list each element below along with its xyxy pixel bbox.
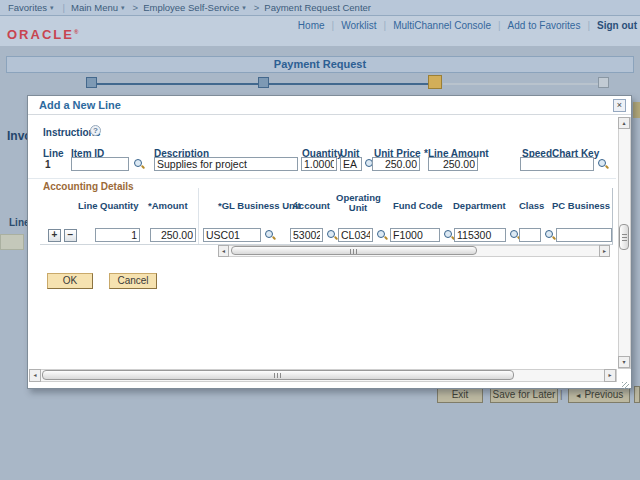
close-icon[interactable]: ×: [613, 99, 626, 112]
col-quantity: Quantity: [100, 200, 139, 211]
grid-scroll-right-icon[interactable]: ▸: [599, 245, 610, 257]
modal-vscroll-thumb[interactable]: [619, 224, 629, 250]
modal-scroll-right-icon[interactable]: ▸: [604, 369, 616, 382]
add-row-button[interactable]: +: [48, 229, 61, 242]
col-line: Line: [78, 200, 98, 211]
step-3-marker-active: [428, 75, 442, 89]
cancel-button[interactable]: Cancel: [109, 273, 157, 289]
scroll-grip: [622, 233, 627, 241]
row-account-field[interactable]: [290, 228, 323, 242]
col-gl-business-unit: *GL Business Unit: [218, 200, 301, 211]
scroll-grip: [350, 249, 358, 254]
add-new-line-dialog: Add a New Line × Instructions ? Line Ite…: [27, 95, 632, 389]
chevron-down-icon: ▾: [242, 4, 246, 12]
modal-scroll-left-icon[interactable]: ◂: [29, 369, 41, 382]
modal-scroll-up-icon[interactable]: ▴: [618, 117, 630, 129]
gl-business-unit-lookup-icon[interactable]: [264, 229, 276, 241]
col-amount: *Amount: [148, 200, 188, 211]
class-lookup-icon[interactable]: [544, 229, 556, 241]
unit-price-field[interactable]: [372, 157, 420, 171]
add-to-favorites-link[interactable]: Add to Favorites: [508, 20, 581, 31]
previous-arrow-icon: ◄: [575, 392, 582, 399]
ok-button[interactable]: OK: [47, 273, 93, 289]
item-id-field[interactable]: [71, 157, 129, 171]
speedchart-key-field[interactable]: [520, 157, 594, 171]
step-2-marker: [258, 77, 269, 88]
step-1-marker: [86, 77, 97, 88]
link-divider: |: [587, 20, 590, 31]
speedchart-lookup-icon[interactable]: [597, 158, 609, 170]
breadcrumb-divider: |: [63, 2, 65, 13]
grid-hscroll-thumb[interactable]: [231, 246, 477, 255]
next-button-fragment[interactable]: [634, 386, 640, 403]
delete-row-button[interactable]: −: [64, 229, 77, 242]
oracle-logo: ORACLE®: [7, 27, 78, 42]
operating-unit-lookup-icon[interactable]: [376, 229, 388, 241]
chevron-down-icon: ▾: [50, 4, 54, 12]
registered-mark: ®: [74, 29, 78, 35]
col-department: Department: [453, 200, 506, 211]
grid-scroll-left-icon[interactable]: ◂: [218, 245, 229, 257]
link-divider: |: [498, 20, 501, 31]
scroll-grip: [274, 373, 282, 378]
line-number-value: 1: [45, 159, 51, 170]
sign-out-link[interactable]: Sign out: [597, 20, 637, 31]
col-operating-unit: Operating Unit: [336, 193, 380, 213]
dialog-titlebar: Add a New Line ×: [28, 96, 631, 115]
modal-hscroll-thumb[interactable]: [42, 370, 514, 380]
modal-scroll-down-icon[interactable]: ▾: [618, 356, 630, 368]
quantity-field[interactable]: [301, 157, 337, 171]
row-operating-unit-field[interactable]: [338, 228, 373, 242]
col-fund-code: Fund Code: [393, 200, 443, 211]
section-divider: [28, 178, 616, 179]
step-4-marker: [598, 77, 609, 88]
help-icon[interactable]: ?: [90, 125, 101, 136]
step-connector-todo: [443, 83, 603, 85]
row-quantity-field[interactable]: [95, 228, 140, 242]
col-pc-business-unit: PC Business Unit: [552, 200, 613, 211]
background-fragment: [633, 102, 640, 118]
breadcrumb-main-menu[interactable]: Main Menu: [71, 2, 118, 13]
link-divider: |: [384, 20, 387, 31]
breadcrumb-payment-request-center[interactable]: Payment Request Center: [264, 2, 371, 13]
line-label: Line: [43, 148, 64, 159]
row-amount-field[interactable]: [150, 228, 196, 242]
row-fund-code-field[interactable]: [390, 228, 440, 242]
account-lookup-icon[interactable]: [326, 229, 338, 241]
multichannel-console-link[interactable]: MultiChannel Console: [393, 20, 491, 31]
worklist-link[interactable]: Worklist: [341, 20, 376, 31]
col-account: Account: [292, 200, 330, 211]
button-divider: |: [560, 389, 563, 400]
accounting-grid: Line Quantity *Amount *GL Business Unit …: [40, 188, 613, 245]
breadcrumb-employee-self-service[interactable]: Employee Self-Service: [143, 2, 239, 13]
unit-field[interactable]: [340, 157, 362, 171]
breadcrumb-separator-icon: >: [254, 2, 260, 13]
row-gl-business-unit-field[interactable]: [203, 228, 261, 242]
row-pc-business-unit-field[interactable]: [556, 228, 612, 242]
breadcrumb-bar: Favorites ▾ | Main Menu ▾ > Employee Sel…: [0, 0, 640, 16]
resize-grip[interactable]: [622, 382, 629, 389]
home-link[interactable]: Home: [298, 20, 325, 31]
row-department-field[interactable]: [454, 228, 506, 242]
link-divider: |: [332, 20, 335, 31]
breadcrumb-favorites[interactable]: Favorites: [8, 2, 47, 13]
description-field[interactable]: [154, 157, 298, 171]
page-title: Payment Request: [6, 56, 634, 73]
breadcrumb-separator-icon: >: [133, 2, 139, 13]
background-fragment: [0, 234, 24, 250]
row-class-field[interactable]: [519, 228, 541, 242]
item-id-lookup-icon[interactable]: [133, 158, 145, 170]
grid-column-divider: [198, 188, 199, 245]
chevron-down-icon: ▾: [121, 4, 125, 12]
header-links: Home | Worklist | MultiChannel Console |…: [0, 19, 637, 31]
col-class: Class: [519, 200, 544, 211]
line-amount-field[interactable]: [428, 157, 478, 171]
dialog-title: Add a New Line: [39, 99, 121, 111]
